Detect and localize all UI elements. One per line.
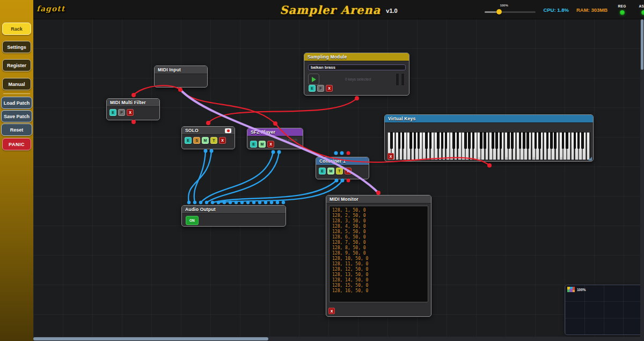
t-button[interactable]: T	[336, 168, 343, 175]
connector-audio-in-6[interactable]	[217, 201, 220, 204]
connector-audio-output-inputs[interactable]	[187, 201, 285, 204]
piano-black-key[interactable]	[441, 132, 444, 149]
piano-black-key[interactable]	[554, 132, 557, 149]
piano-black-key[interactable]	[457, 132, 459, 149]
piano-black-key[interactable]	[480, 132, 482, 149]
delete-button[interactable]: X	[267, 141, 274, 148]
cable-sfz-out1[interactable]	[201, 152, 273, 202]
piano-black-key[interactable]	[402, 132, 405, 149]
piano-black-key[interactable]	[429, 132, 432, 149]
connector-sfz-in[interactable]	[273, 121, 277, 126]
connector-multifilter-out[interactable]	[131, 120, 136, 124]
horizontal-scrollbar-thumb[interactable]	[33, 337, 268, 340]
connector-audio-in-12[interactable]	[252, 201, 255, 204]
solo-button[interactable]: S	[193, 137, 200, 144]
connector-audio-in-2[interactable]	[193, 201, 196, 204]
connector-audio-in-3[interactable]	[199, 201, 202, 204]
node-midi-monitor[interactable]: MIDI Monitor 128, 1, 50, 0 128, 2, 50, 0…	[326, 195, 431, 317]
sidebar-item-manual[interactable]: Manual	[2, 78, 31, 90]
piano-black-key[interactable]	[581, 132, 584, 149]
vertical-scrollbar[interactable]	[640, 19, 644, 337]
minimap[interactable]: 100%	[565, 285, 643, 335]
connector-solo-out1[interactable]	[204, 149, 208, 153]
piano-black-key[interactable]	[566, 132, 568, 149]
panic-button[interactable]: PANIC	[2, 138, 31, 150]
piano-black-key[interactable]	[468, 132, 471, 149]
power-toggle[interactable]: ON	[186, 216, 199, 225]
connector-container-in2[interactable]	[340, 151, 344, 155]
piano-black-key[interactable]	[507, 132, 510, 149]
sidebar-item-save-patch[interactable]: Save Patch	[1, 110, 32, 122]
connector-virtualkeys-out[interactable]	[487, 163, 492, 168]
connector-audio-in-10[interactable]	[240, 201, 244, 204]
piano-black-key[interactable]	[550, 132, 553, 149]
p-button[interactable]: P	[118, 109, 125, 116]
piano-keyboard[interactable]: C1C2C3C4C5C6C7	[387, 132, 590, 160]
piano-black-key[interactable]	[495, 132, 498, 149]
connector-audio-in-16[interactable]	[276, 201, 279, 204]
connector-audio-in-7[interactable]	[223, 201, 226, 204]
node-sampling-module-header[interactable]: Sampling Module	[304, 53, 409, 61]
close-button[interactable]: X	[328, 308, 335, 314]
piano-black-key[interactable]	[523, 132, 525, 149]
delete-button[interactable]: X	[219, 137, 226, 144]
piano-black-key[interactable]	[464, 132, 467, 149]
connector-audio-in-13[interactable]	[258, 201, 261, 204]
connector-container-out2[interactable]	[341, 179, 345, 183]
node-midi-monitor-header[interactable]: MIDI Monitor	[326, 195, 431, 204]
connector-midiinput-out[interactable]	[178, 88, 182, 92]
vertical-scrollbar-thumb[interactable]	[641, 19, 643, 70]
connector-solo-out2[interactable]	[210, 149, 214, 153]
piano-black-key[interactable]	[519, 132, 522, 149]
cable-container-out1[interactable]	[213, 180, 336, 202]
node-solo[interactable]: SOLO E S M T X	[181, 126, 235, 149]
patch-canvas[interactable]: MIDI Input MIDI Multi Filter E P X Sampl…	[33, 19, 644, 337]
node-audio-output[interactable]: Audio Output ON	[181, 205, 286, 227]
piano-black-key[interactable]	[538, 132, 541, 149]
piano-black-key[interactable]	[546, 132, 549, 149]
record-indicator[interactable]	[225, 128, 231, 133]
connector-audio-in-5[interactable]	[211, 201, 214, 204]
piano-black-key[interactable]	[511, 132, 514, 149]
node-solo-header[interactable]: SOLO	[182, 127, 235, 135]
connector-container-in1[interactable]	[334, 151, 338, 155]
connector-audio-in-11[interactable]	[246, 201, 250, 204]
mute-button[interactable]: M	[202, 137, 209, 144]
node-midi-multi-filter[interactable]: MIDI Multi Filter E P X	[106, 98, 160, 120]
node-midi-multi-filter-header[interactable]: MIDI Multi Filter	[107, 99, 159, 107]
edit-button[interactable]: E	[309, 85, 316, 92]
piano-black-key[interactable]	[535, 132, 537, 149]
piano-black-key[interactable]	[562, 132, 565, 149]
piano-black-key[interactable]	[472, 132, 475, 149]
delete-button[interactable]: X	[127, 109, 134, 116]
piano-black-key[interactable]	[500, 132, 502, 149]
connector-container-in3[interactable]	[347, 151, 350, 155]
connector-sfz-out2[interactable]	[277, 150, 281, 154]
zoom-slider[interactable]: 100%	[485, 3, 536, 17]
cable-sfz-out2[interactable]	[207, 152, 279, 202]
piano-black-key[interactable]	[398, 132, 401, 149]
piano-black-key[interactable]	[492, 132, 494, 149]
f-button[interactable]: F	[317, 85, 324, 92]
piano-black-key[interactable]	[574, 132, 576, 149]
connector-sampling-out[interactable]	[355, 96, 359, 100]
piano-black-key[interactable]	[437, 132, 440, 149]
connector-audio-in-4[interactable]	[205, 201, 208, 204]
sidebar-item-register[interactable]: Register	[2, 59, 31, 71]
piano-black-key[interactable]	[452, 132, 455, 149]
connector-audio-in-17[interactable]	[282, 201, 285, 204]
connector-audio-in-14[interactable]	[264, 201, 267, 204]
connector-container-out1[interactable]	[335, 179, 339, 183]
connector-container-out3[interactable]	[347, 179, 350, 183]
sidebar-item-rack[interactable]: Rack	[2, 23, 31, 35]
connector-audio-in-15[interactable]	[270, 201, 273, 204]
connector-sfz-out1[interactable]	[272, 150, 275, 154]
t-button[interactable]: T	[210, 137, 217, 144]
connector-solo-in[interactable]	[206, 121, 210, 125]
piano-black-key[interactable]	[484, 132, 486, 149]
piano-black-key[interactable]	[418, 132, 420, 149]
mute-button[interactable]: M	[259, 141, 266, 148]
connector-audio-in-9[interactable]	[235, 201, 238, 204]
zoom-slider-knob[interactable]	[496, 9, 502, 14]
edit-button[interactable]: E	[319, 168, 326, 175]
